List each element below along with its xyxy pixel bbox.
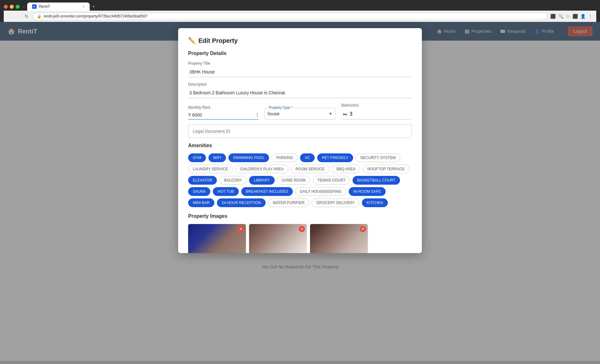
amenity-library[interactable]: LIBRARY <box>249 176 274 185</box>
remove-image-1-button[interactable]: × <box>238 226 244 232</box>
amenities-grid: GYMWIFISWIMMING POOLPARKINGACPET FRIENDL… <box>188 153 412 207</box>
description-label: Description <box>188 82 412 87</box>
legal-doc-group <box>188 125 412 138</box>
amenity-24_hour_reception[interactable]: 24-HOUR RECEPTION <box>217 198 266 207</box>
amenity-game_room[interactable]: GAME ROOM <box>277 176 310 185</box>
tab-close-button[interactable]: × <box>82 4 85 9</box>
edit-icon: ✏️ <box>188 37 196 44</box>
rent-type-bed-row: Monthly Rent ₹ ▲ ▼ Property Type * <box>188 103 412 120</box>
bed-icon: 🛏 <box>343 112 347 117</box>
bedrooms-col: Bedrooms 🛏 3 <box>342 103 412 120</box>
property-title-group: Property Title <box>188 61 412 77</box>
amenity-in_room_safe[interactable]: IN-ROOM SAFE <box>349 187 386 196</box>
maximize-window-dot[interactable] <box>16 5 20 9</box>
rupee-symbol: ₹ <box>188 112 191 117</box>
modal-overlay: ✏️ Edit Property Property Details Proper… <box>0 22 600 361</box>
new-tab-button[interactable]: + <box>92 4 95 9</box>
amenity-room_service[interactable]: ROOM SERVICE <box>291 165 329 173</box>
amenity-tennis_court[interactable]: TENNIS COURT <box>313 176 350 185</box>
window-controls <box>4 5 20 9</box>
property-type-label: Property Type * <box>268 106 294 109</box>
reload-button[interactable]: ↻ <box>23 13 30 19</box>
property-type-select[interactable]: house apartment villa studio <box>265 108 335 119</box>
amenity-wifi[interactable]: WIFI <box>208 153 226 162</box>
browser-toolbar-icons: ⬛ 🔍 ☆ ⬛ 👤 ⋮ <box>550 14 592 19</box>
tab-back-chevron[interactable]: ‹ <box>23 5 25 8</box>
minimize-window-dot[interactable] <box>10 5 14 9</box>
section-property-details: Property Details <box>188 51 412 56</box>
amenity-basketball_court[interactable]: BASKETBALL COURT <box>352 176 400 185</box>
amenity-parking[interactable]: PARKING <box>272 153 298 162</box>
bedrooms-label: Bedrooms <box>342 103 412 107</box>
amenity-gym[interactable]: GYM <box>188 153 206 162</box>
property-image-1: × <box>188 224 246 253</box>
monthly-rent-input[interactable] <box>192 112 255 117</box>
amenity-mini_bar[interactable]: MINI-BAR <box>188 198 214 207</box>
property-type-col: Property Type * house apartment villa st… <box>265 108 335 120</box>
amenity-hot_tub[interactable]: HOT TUB <box>213 187 238 196</box>
edit-property-modal: ✏️ Edit Property Property Details Proper… <box>178 28 422 253</box>
remove-image-3-button[interactable]: × <box>360 226 366 232</box>
property-title-label: Property Title <box>188 61 412 66</box>
description-group: Description <box>188 82 412 98</box>
remove-image-2-button[interactable]: × <box>299 226 305 232</box>
description-input[interactable] <box>188 88 412 98</box>
amenity-rooftop_terrace[interactable]: ROOFTOP TERRACE <box>362 165 409 173</box>
monthly-rent-col: Monthly Rent ₹ ▲ ▼ <box>188 105 258 120</box>
tab-title: RentiT <box>39 4 50 9</box>
modal-title-text: Edit Property <box>198 37 238 44</box>
amenity-daily_housekeeping[interactable]: DAILY HOUSEKEEPING <box>295 187 346 196</box>
save-page-icon[interactable]: ⬛ <box>550 14 556 19</box>
browser-tabs: ‹ R RentiT × + <box>4 2 596 11</box>
amenity-kitchen[interactable]: KITCHEN <box>362 198 388 207</box>
lock-icon: 🔒 <box>37 14 42 18</box>
property-image-2: × <box>249 224 307 253</box>
images-label: Property Images <box>188 213 412 219</box>
property-image-3: × <box>310 224 368 253</box>
spinner-up[interactable]: ▲ <box>256 112 258 115</box>
amenity-elevator[interactable]: ELEVATOR <box>188 176 217 185</box>
profile-icon[interactable]: 👤 <box>580 14 586 19</box>
amenity-water_purifier[interactable]: WATER PURIFIER <box>268 198 309 207</box>
tab-favicon: R <box>32 4 37 9</box>
amenity-sauna[interactable]: SAUNA <box>188 187 210 196</box>
modal-title: ✏️ Edit Property <box>188 37 412 44</box>
extensions-icon[interactable]: ⬛ <box>572 14 578 19</box>
monthly-rent-label: Monthly Rent <box>188 105 258 110</box>
active-tab[interactable]: R RentiT × <box>27 2 90 11</box>
property-title-input[interactable] <box>188 67 412 77</box>
amenity-breakfast_included[interactable]: BREAKFAST INCLUDED <box>241 187 293 196</box>
amenities-label: Amenities <box>188 143 412 148</box>
address-text: rentit-jei9.onrender.com/property/6735ec… <box>43 14 148 18</box>
browser-chrome: ‹ R RentiT × + ‹ › ↻ 🔒 rentit-jei9.onren… <box>0 0 600 22</box>
forward-button[interactable]: › <box>15 13 21 19</box>
amenity-pet_friendly[interactable]: PET FRIENDLY <box>317 153 353 162</box>
property-type-wrapper: Property Type * house apartment villa st… <box>265 108 335 120</box>
amenity-ac[interactable]: AC <box>300 153 315 162</box>
amenity-laundry_service[interactable]: LAUNDRY SERVICE <box>188 165 233 173</box>
back-button[interactable]: ‹ <box>8 13 13 19</box>
search-icon[interactable]: 🔍 <box>558 14 563 19</box>
amenity-balcony[interactable]: BALCONY <box>219 176 247 185</box>
menu-icon[interactable]: ⋮ <box>588 14 592 19</box>
amenity-bbq_area[interactable]: BBQ AREA <box>332 165 360 173</box>
app-background: 🏠 RentiT 🏠 Home 🏢 Properties ✉️ Requests… <box>0 22 600 361</box>
bedrooms-wrapper: 🛏 3 <box>342 109 412 120</box>
address-bar[interactable]: 🔒 rentit-jei9.onrender.com/property/6735… <box>33 12 548 20</box>
rent-input-wrapper: ₹ ▲ ▼ <box>188 111 258 120</box>
bedrooms-value: 3 <box>350 111 352 117</box>
images-section: Property Images × × × × ⬆ <box>188 213 412 253</box>
amenity-childrens_play_area[interactable]: CHILDREN'S PLAY AREA <box>235 165 288 173</box>
amenity-security_system[interactable]: SECURITY SYSTEM <box>356 153 400 162</box>
amenity-grocery_delivery[interactable]: GROCERY DELIVERY <box>312 198 359 207</box>
amenities-section: Amenities GYMWIFISWIMMING POOLPARKINGACP… <box>188 143 412 207</box>
address-bar-row: ‹ › ↻ 🔒 rentit-jei9.onrender.com/propert… <box>4 11 596 22</box>
amenity-swimming_pool[interactable]: SWIMMING POOL <box>228 153 269 162</box>
legal-doc-input[interactable] <box>188 125 412 138</box>
bookmark-icon[interactable]: ☆ <box>566 14 570 19</box>
images-grid: × × × × ⬆ Upload Images <box>188 224 412 253</box>
rent-spinner[interactable]: ▲ ▼ <box>256 112 258 118</box>
spinner-down[interactable]: ▼ <box>256 115 258 118</box>
close-window-dot[interactable] <box>4 5 8 9</box>
